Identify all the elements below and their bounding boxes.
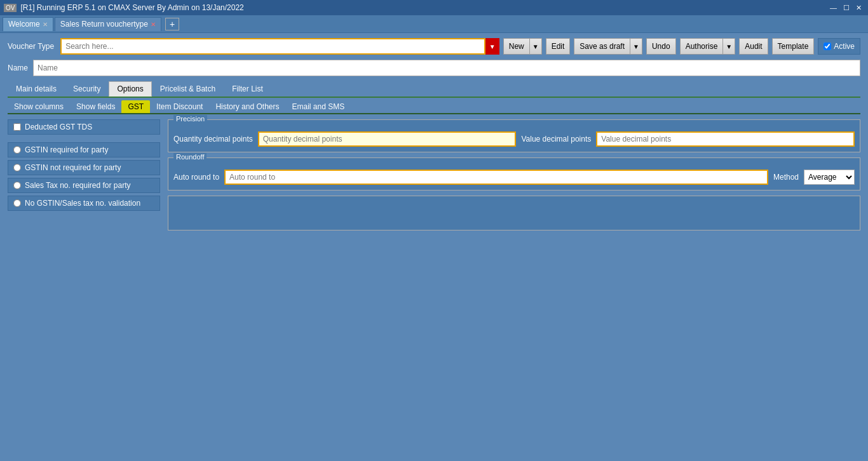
maximize-button[interactable]: ☐ — [841, 1, 852, 14]
empty-content-box — [168, 196, 860, 230]
subtab-show-columns[interactable]: Show columns — [8, 100, 70, 113]
title-bar-controls: — ☐ ✕ — [827, 1, 864, 14]
radio-gstin-not-required: GSTIN not required for party — [8, 160, 160, 175]
active-status: Active — [818, 38, 860, 55]
active-status-label: Active — [834, 42, 855, 51]
authorise-button-group: Authorise ▼ — [680, 38, 736, 55]
tab-sales-return-label: Sales Return vouchertype — [60, 20, 148, 29]
new-dropdown-arrow[interactable]: ▼ — [529, 38, 542, 55]
save-draft-button-group: Save as draft ▼ — [574, 38, 642, 55]
radio-no-gstin-validation-input[interactable] — [13, 199, 21, 207]
name-row: Name — [8, 60, 860, 76]
radio-gstin-not-required-input[interactable] — [13, 164, 21, 171]
voucher-type-dropdown[interactable]: ▼ — [485, 38, 499, 55]
tab-bar: Welcome ✕ Sales Return vouchertype ✕ + — [0, 15, 868, 33]
title-bar-text: [R1] Running ERP 5.1 on CMAX Server By A… — [20, 3, 243, 12]
left-panel: Deducted GST TDS GSTIN required for part… — [8, 119, 160, 230]
precision-legend: Precision — [173, 115, 207, 123]
minimize-button[interactable]: — — [827, 1, 839, 14]
deducted-gst-tds-checkbox[interactable] — [13, 123, 21, 131]
radio-no-gstin-validation: No GSTIN/Sales tax no. validation — [8, 196, 160, 211]
app-icon: OV — [4, 4, 17, 12]
radio-no-gstin-validation-label: No GSTIN/Sales tax no. validation — [25, 199, 140, 208]
template-button[interactable]: Template — [772, 38, 815, 55]
tab-security[interactable]: Security — [65, 81, 109, 97]
radio-sales-tax-required: Sales Tax no. required for party — [8, 178, 160, 193]
radio-sales-tax-required-input[interactable] — [13, 182, 21, 189]
save-draft-dropdown-arrow[interactable]: ▼ — [630, 38, 642, 55]
subtab-email-sms[interactable]: Email and SMS — [286, 100, 351, 113]
tab-filter-list[interactable]: Filter List — [224, 81, 271, 97]
close-button[interactable]: ✕ — [853, 1, 864, 14]
deducted-gst-tds-item: Deducted GST TDS — [8, 119, 160, 135]
tab-sales-return-close[interactable]: ✕ — [151, 21, 156, 28]
method-select[interactable]: Average Up Down — [804, 170, 855, 185]
radio-gstin-required-input[interactable] — [13, 146, 21, 154]
subtab-item-discount[interactable]: Item Discount — [150, 100, 209, 113]
roundoff-fieldset: Roundoff Auto round to Method Average Up… — [168, 157, 860, 190]
sub-tabs: Show columns Show fields GST Item Discou… — [8, 98, 860, 114]
roundoff-legend: Roundoff — [173, 153, 207, 161]
tab-welcome-label: Welcome — [8, 20, 40, 29]
audit-button[interactable]: Audit — [739, 38, 768, 55]
tab-welcome-close[interactable]: ✕ — [43, 21, 48, 28]
main-content: Voucher Type ▼ New ▼ Edit Save as draft … — [0, 33, 868, 236]
roundoff-fields-row: Auto round to Method Average Up Down — [173, 170, 855, 185]
authorise-button[interactable]: Authorise — [680, 38, 723, 55]
tab-add-button[interactable]: + — [165, 18, 179, 30]
subtab-show-fields[interactable]: Show fields — [70, 100, 121, 113]
panel-layout: Deducted GST TDS GSTIN required for part… — [8, 119, 860, 230]
right-panel: Precision Quantity decimal points Value … — [168, 119, 860, 230]
method-label: Method — [773, 173, 799, 182]
tab-welcome[interactable]: Welcome ✕ — [3, 17, 53, 31]
value-label: Value decimal points — [521, 135, 591, 144]
active-status-checkbox[interactable] — [824, 43, 831, 50]
auto-round-to-input[interactable] — [224, 170, 768, 185]
title-bar: OV [R1] Running ERP 5.1 on CMAX Server B… — [0, 0, 868, 15]
precision-fieldset: Precision Quantity decimal points Value … — [168, 119, 860, 152]
name-label: Name — [8, 63, 28, 72]
tab-options[interactable]: Options — [109, 81, 151, 97]
save-draft-button[interactable]: Save as draft — [574, 38, 630, 55]
subtab-gst[interactable]: GST — [121, 100, 150, 113]
title-bar-left: OV [R1] Running ERP 5.1 on CMAX Server B… — [4, 3, 244, 12]
new-button[interactable]: New — [503, 38, 529, 55]
value-decimal-input[interactable] — [596, 131, 855, 147]
quantity-decimal-input[interactable] — [258, 131, 517, 147]
tab-pricelist-batch[interactable]: Pricelist & Batch — [152, 81, 224, 97]
auto-round-to-label: Auto round to — [173, 173, 219, 182]
voucher-type-label: Voucher Type — [8, 42, 54, 51]
name-input[interactable] — [33, 60, 860, 76]
authorise-dropdown-arrow[interactable]: ▼ — [722, 38, 735, 55]
new-button-group: New ▼ — [503, 38, 542, 55]
gstin-radio-group: GSTIN required for party GSTIN not requi… — [8, 142, 160, 211]
subtab-history-others[interactable]: History and Others — [209, 100, 285, 113]
tab-main-details[interactable]: Main details — [8, 81, 65, 97]
undo-button[interactable]: Undo — [646, 38, 676, 55]
tab-sales-return[interactable]: Sales Return vouchertype ✕ — [55, 17, 161, 31]
search-wrapper: ▼ — [60, 38, 499, 55]
radio-gstin-required: GSTIN required for party — [8, 142, 160, 157]
radio-sales-tax-required-label: Sales Tax no. required for party — [25, 181, 131, 190]
precision-fields-row: Quantity decimal points Value decimal po… — [173, 131, 855, 147]
nav-tabs: Main details Security Options Pricelist … — [8, 81, 860, 98]
deducted-gst-tds-label: Deducted GST TDS — [25, 123, 92, 131]
radio-gstin-required-label: GSTIN required for party — [25, 145, 108, 154]
toolbar: Voucher Type ▼ New ▼ Edit Save as draft … — [8, 38, 860, 55]
quantity-label: Quantity decimal points — [173, 135, 253, 144]
voucher-type-search[interactable] — [60, 38, 485, 55]
edit-button[interactable]: Edit — [546, 38, 571, 55]
radio-gstin-not-required-label: GSTIN not required for party — [25, 163, 121, 172]
